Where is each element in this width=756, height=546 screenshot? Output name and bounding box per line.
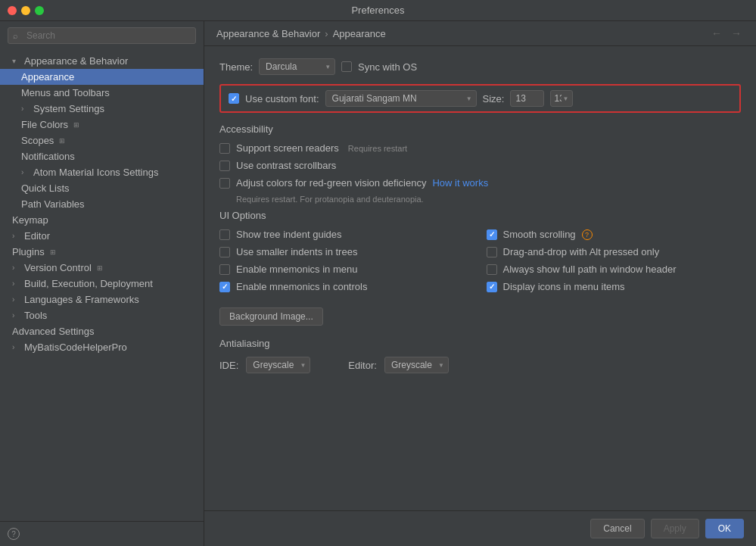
smooth-scrolling-checkbox[interactable] xyxy=(487,229,497,240)
search-input[interactable] xyxy=(8,27,196,44)
ide-antialiasing-label: IDE: xyxy=(219,360,238,371)
sidebar-item-atom-material[interactable]: › Atom Material Icons Settings xyxy=(0,164,204,180)
full-path-checkbox[interactable] xyxy=(487,264,497,275)
sidebar-item-editor[interactable]: › Editor xyxy=(0,228,204,244)
close-button[interactable] xyxy=(8,6,17,15)
sidebar-item-label: Keymap xyxy=(12,214,48,226)
sidebar-item-notifications[interactable]: Notifications xyxy=(0,148,204,164)
badge-icon: ⊞ xyxy=(48,247,58,257)
ui-options-title: UI Options xyxy=(219,210,741,221)
contrast-scrollbars-checkbox[interactable] xyxy=(219,161,230,171)
screen-readers-row: Support screen readers Requires restart xyxy=(219,142,741,154)
sidebar-item-label: MyBatisCodeHelperPro xyxy=(24,342,127,353)
mnemonics-menu-checkbox[interactable] xyxy=(219,264,230,275)
sidebar-item-label: System Settings xyxy=(33,103,104,114)
smooth-scrolling-help-icon[interactable]: ? xyxy=(582,229,593,240)
sync-os-row: Sync with OS xyxy=(341,61,417,73)
custom-font-checkbox[interactable] xyxy=(229,93,239,104)
sidebar-item-label: Quick Lists xyxy=(21,183,70,194)
antialiasing-row: IDE: Greyscale Subpixel None Editor: Gre… xyxy=(219,357,741,373)
window-title: Preferences xyxy=(351,5,404,16)
sidebar-item-build-execution[interactable]: › Build, Execution, Deployment xyxy=(0,276,204,292)
chevron-down-icon: ▾ xyxy=(12,57,21,65)
size-label: Size: xyxy=(483,93,505,105)
full-path-label: Always show full path in window header xyxy=(503,264,677,275)
breadcrumb-part1: Appearance & Behavior xyxy=(216,28,320,39)
apply-button[interactable]: Apply xyxy=(651,519,699,538)
drag-drop-checkbox[interactable] xyxy=(487,247,497,257)
how-it-works-link[interactable]: How it works xyxy=(432,177,488,189)
sidebar-item-menus-toolbars[interactable]: Menus and Toolbars xyxy=(0,85,204,101)
search-icon: ⌕ xyxy=(13,31,18,40)
mnemonics-controls-checkbox[interactable] xyxy=(219,282,230,292)
contrast-scrollbars-label: Use contrast scrollbars xyxy=(236,160,336,171)
sidebar-item-quick-lists[interactable]: Quick Lists xyxy=(0,180,204,196)
theme-select[interactable]: Darcula IntelliJ Light High contrast xyxy=(259,58,335,75)
nav-forward-arrow[interactable]: → xyxy=(729,27,744,39)
sidebar-tree: ▾ Appearance & Behavior Appearance Menus… xyxy=(0,50,204,521)
display-icons-label: Display icons in menu items xyxy=(503,281,625,292)
sidebar-item-label: Languages & Frameworks xyxy=(24,294,139,305)
font-select[interactable]: Gujarati Sangam MN xyxy=(325,90,477,107)
sidebar-item-keymap[interactable]: Keymap xyxy=(0,212,204,228)
sync-os-checkbox[interactable] xyxy=(341,61,352,72)
breadcrumb-separator: › xyxy=(325,28,328,39)
theme-label: Theme: xyxy=(219,61,253,73)
sidebar-item-plugins[interactable]: Plugins ⊞ xyxy=(0,244,204,260)
sidebar-item-label: Menus and Toolbars xyxy=(21,87,110,98)
search-wrapper: ⌕ xyxy=(8,27,196,44)
tree-indent-label: Show tree indent guides xyxy=(236,229,341,240)
font-size-select[interactable]: 13 xyxy=(550,90,573,107)
screen-readers-checkbox[interactable] xyxy=(219,143,230,154)
font-size-input[interactable] xyxy=(510,90,544,107)
display-icons-checkbox[interactable] xyxy=(487,282,497,292)
sidebar-item-appearance-behavior[interactable]: ▾ Appearance & Behavior xyxy=(0,53,204,69)
mnemonics-controls-row: Enable mnemonics in controls xyxy=(219,281,474,292)
sidebar-item-label: Appearance & Behavior xyxy=(24,55,128,67)
red-green-checkbox[interactable] xyxy=(219,178,230,189)
sidebar-item-tools[interactable]: › Tools xyxy=(0,307,204,323)
sidebar-item-version-control[interactable]: › Version Control ⊞ xyxy=(0,260,204,276)
sidebar-item-label: Advanced Settings xyxy=(12,326,94,337)
editor-antialiasing-select[interactable]: Greyscale Subpixel None xyxy=(384,357,449,373)
sidebar-item-label: Plugins xyxy=(12,246,45,257)
sidebar: ⌕ ▾ Appearance & Behavior Appearance Men… xyxy=(0,21,204,546)
chevron-right-icon: › xyxy=(12,264,21,272)
background-image-button[interactable]: Background Image... xyxy=(219,307,323,326)
chevron-right-icon: › xyxy=(21,105,30,113)
smaller-indents-row: Use smaller indents in trees xyxy=(219,246,474,257)
cancel-button[interactable]: Cancel xyxy=(590,519,644,538)
nav-back-arrow[interactable]: ← xyxy=(709,27,724,39)
panel-body: Theme: Darcula IntelliJ Light High contr… xyxy=(204,46,756,510)
tree-indent-row: Show tree indent guides xyxy=(219,229,474,240)
ide-antialiasing-wrapper: Greyscale Subpixel None xyxy=(246,357,310,373)
smaller-indents-checkbox[interactable] xyxy=(219,247,230,257)
mnemonics-controls-label: Enable mnemonics in controls xyxy=(236,281,367,292)
sidebar-item-advanced-settings[interactable]: Advanced Settings xyxy=(0,323,204,339)
help-button[interactable]: ? xyxy=(8,528,20,540)
theme-row: Theme: Darcula IntelliJ Light High contr… xyxy=(219,58,741,75)
window-controls xyxy=(8,6,44,15)
badge-icon: ⊞ xyxy=(71,120,82,130)
screen-readers-hint: Requires restart xyxy=(348,144,407,153)
sidebar-item-label: Notifications xyxy=(21,151,75,162)
smooth-scrolling-label: Smooth scrolling xyxy=(503,229,576,240)
ide-antialiasing-select[interactable]: Greyscale Subpixel None xyxy=(246,357,310,373)
sidebar-item-system-settings[interactable]: › System Settings xyxy=(0,101,204,117)
chevron-right-icon: › xyxy=(12,232,21,240)
sidebar-item-path-variables[interactable]: Path Variables xyxy=(0,196,204,212)
sidebar-item-scopes[interactable]: Scopes ⊞ xyxy=(0,133,204,148)
minimize-button[interactable] xyxy=(21,6,30,15)
smooth-scrolling-row: Smooth scrolling ? xyxy=(487,229,742,240)
background-image-container: Background Image... xyxy=(219,304,741,333)
ok-button[interactable]: OK xyxy=(705,519,744,538)
sidebar-item-file-colors[interactable]: File Colors ⊞ xyxy=(0,117,204,133)
tree-indent-checkbox[interactable] xyxy=(219,229,230,240)
sidebar-item-appearance[interactable]: Appearance xyxy=(0,69,204,85)
sidebar-item-mybatis[interactable]: › MyBatisCodeHelperPro xyxy=(0,339,204,355)
search-container: ⌕ xyxy=(0,21,204,50)
maximize-button[interactable] xyxy=(35,6,44,15)
chevron-right-icon: › xyxy=(12,295,21,304)
font-select-wrapper: Gujarati Sangam MN xyxy=(325,90,477,107)
sidebar-item-languages-frameworks[interactable]: › Languages & Frameworks xyxy=(0,292,204,307)
